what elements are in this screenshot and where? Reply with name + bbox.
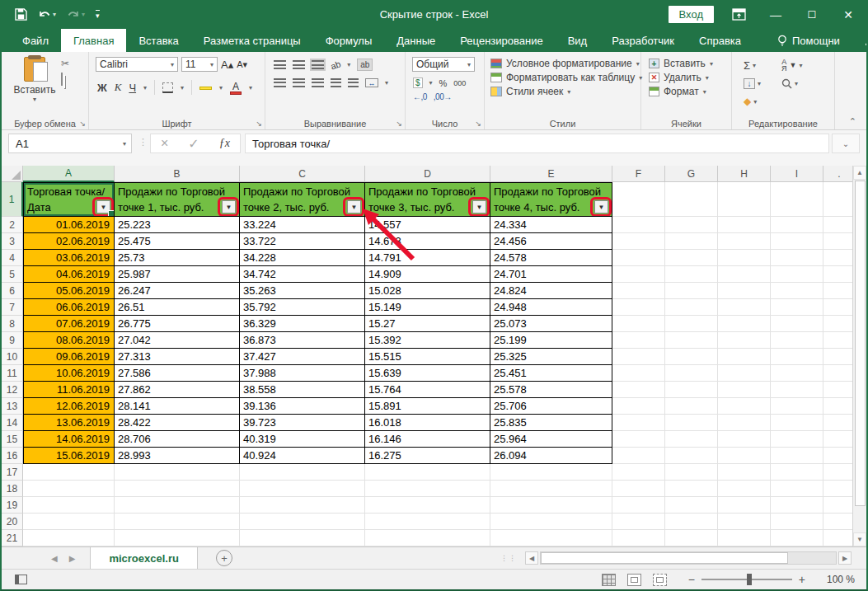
cell-C16[interactable]: 40.924 <box>240 448 365 464</box>
cell-F18[interactable] <box>612 481 665 497</box>
column-header-H[interactable]: H <box>718 166 771 182</box>
cell-C12[interactable]: 38.558 <box>240 382 365 398</box>
column-header-E[interactable]: E <box>490 166 612 182</box>
row-header-18[interactable]: 18 <box>2 481 23 497</box>
row-header-4[interactable]: 4 <box>2 250 23 266</box>
cell-B3[interactable]: 25.475 <box>115 233 240 250</box>
ribbon-tab-11[interactable]: Поделиться <box>852 29 868 52</box>
cell-D19[interactable] <box>365 497 490 514</box>
cell-B18[interactable] <box>115 481 240 497</box>
confirm-entry-button[interactable]: ✓ <box>188 136 199 152</box>
orientation-button[interactable]: ab <box>329 59 342 71</box>
cell-.16[interactable] <box>823 448 856 464</box>
align-right-button[interactable] <box>312 78 324 87</box>
cell-I6[interactable] <box>771 283 823 299</box>
cell-A20[interactable] <box>23 514 115 530</box>
ribbon-tab-3[interactable]: Разметка страницы <box>191 29 313 52</box>
cell-A4[interactable]: 03.06.2019 <box>23 250 115 266</box>
increase-font-button[interactable]: A▴ <box>221 59 233 71</box>
cell-.10[interactable] <box>823 349 856 365</box>
undo-button[interactable]: ▾ <box>38 9 56 21</box>
cell-C5[interactable]: 34.742 <box>240 266 365 283</box>
cell-D12[interactable]: 15.764 <box>365 382 490 398</box>
cell-E3[interactable]: 24.456 <box>490 233 612 250</box>
cell-C11[interactable]: 37.988 <box>240 365 365 382</box>
row-header-2[interactable]: 2 <box>2 217 23 233</box>
cell-D1[interactable]: Продажи по Торговойточке 3, тыс. руб.▼ <box>365 182 490 217</box>
cell-F9[interactable] <box>612 332 665 349</box>
row-header-8[interactable]: 8 <box>2 316 23 332</box>
cell-C6[interactable]: 35.263 <box>240 283 365 299</box>
cell-H2[interactable] <box>718 217 771 233</box>
clear-button[interactable]: ◆▾ <box>744 96 781 107</box>
cell-B10[interactable]: 27.313 <box>115 349 240 365</box>
align-center-button[interactable] <box>293 78 305 87</box>
cell-G21[interactable] <box>665 530 718 546</box>
row-header-3[interactable]: 3 <box>2 233 23 250</box>
alignment-dialog-launcher[interactable]: ↘ <box>396 120 402 128</box>
ribbon-tab-6[interactable]: Рецензирование <box>448 29 555 52</box>
cell-I11[interactable] <box>771 365 823 382</box>
cell-C7[interactable]: 35.792 <box>240 299 365 316</box>
cell-C17[interactable] <box>240 464 365 481</box>
cell-E8[interactable]: 25.073 <box>490 316 612 332</box>
align-top-button[interactable] <box>274 60 286 69</box>
zoom-in-button[interactable]: + <box>799 575 805 584</box>
row-header-15[interactable]: 15 <box>2 431 23 448</box>
cell-A11[interactable]: 10.06.2019 <box>23 365 115 382</box>
decrease-indent-button[interactable] <box>331 78 341 87</box>
cell-D15[interactable]: 16.146 <box>365 431 490 448</box>
bold-button[interactable]: Ж <box>97 82 107 94</box>
cell-D6[interactable]: 15.028 <box>365 283 490 299</box>
cell-E4[interactable]: 24.578 <box>490 250 612 266</box>
cell-F8[interactable] <box>612 316 665 332</box>
next-sheet-button[interactable]: ▶ <box>69 554 76 563</box>
comma-style-button[interactable]: 000 <box>453 79 466 87</box>
cell-G16[interactable] <box>665 448 718 464</box>
cell-D5[interactable]: 14.909 <box>365 266 490 283</box>
cell-B14[interactable]: 28.422 <box>115 415 240 431</box>
cell-E11[interactable]: 25.451 <box>490 365 612 382</box>
orientation-dropdown[interactable]: ▾ <box>347 61 350 68</box>
cell-C21[interactable] <box>240 530 365 546</box>
zoom-out-button[interactable]: − <box>688 575 695 584</box>
cell-H14[interactable] <box>718 415 771 431</box>
number-dialog-launcher[interactable]: ↘ <box>475 120 481 128</box>
cell-.20[interactable] <box>823 514 856 530</box>
cell-E18[interactable] <box>490 481 612 497</box>
cell-G17[interactable] <box>665 464 718 481</box>
cell-B4[interactable]: 25.73 <box>115 250 240 266</box>
filter-button-E[interactable]: ▼ <box>594 200 608 213</box>
zoom-slider-thumb[interactable] <box>747 574 752 585</box>
fill-color-button[interactable] <box>199 86 212 90</box>
cell-I3[interactable] <box>771 233 823 250</box>
tab-splitter-handle[interactable]: ⋮⋮ <box>500 554 517 562</box>
prev-sheet-button[interactable]: ◀ <box>51 554 58 563</box>
cell-I9[interactable] <box>771 332 823 349</box>
vertical-scroll-thumb[interactable] <box>855 181 866 506</box>
cell-F16[interactable] <box>612 448 665 464</box>
merge-center-button[interactable]: ↔ <box>365 78 378 87</box>
cell-B1[interactable]: Продажи по Торговойточке 1, тыс. руб.▼ <box>115 182 240 217</box>
cell-.8[interactable] <box>823 316 856 332</box>
cell-G12[interactable] <box>665 382 718 398</box>
zoom-level[interactable]: 100 % <box>817 574 855 585</box>
cell-B16[interactable]: 28.993 <box>115 448 240 464</box>
row-header-13[interactable]: 13 <box>2 398 23 415</box>
cell-G13[interactable] <box>665 398 718 415</box>
cell-.5[interactable] <box>823 266 856 283</box>
collapse-ribbon-button[interactable]: ⌃ <box>849 116 856 127</box>
normal-view-button[interactable] <box>602 574 616 586</box>
horizontal-scrollbar[interactable] <box>540 551 837 565</box>
format-cells-button[interactable]: Формат▾ <box>641 83 731 97</box>
filter-button-C[interactable]: ▼ <box>347 200 361 213</box>
cell-G19[interactable] <box>665 497 718 514</box>
italic-button[interactable]: К <box>115 81 122 94</box>
cell-G4[interactable] <box>665 250 718 266</box>
number-format-combo[interactable]: Общий▾ <box>412 57 475 72</box>
cell-D3[interactable]: 14.673 <box>365 233 490 250</box>
ribbon-tab-file[interactable]: Файл <box>10 29 61 52</box>
cell-D16[interactable]: 16.275 <box>365 448 490 464</box>
undo-dropdown[interactable]: ▾ <box>53 11 56 18</box>
cell-D18[interactable] <box>365 481 490 497</box>
